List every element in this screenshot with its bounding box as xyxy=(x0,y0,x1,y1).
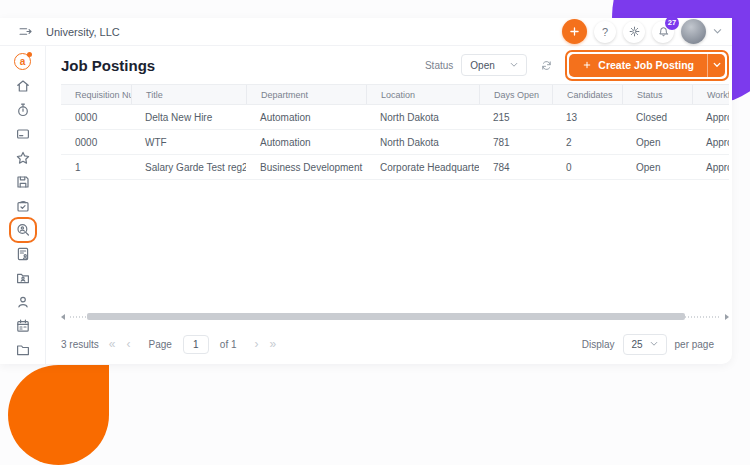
status-select[interactable]: Open xyxy=(461,54,527,76)
plus-icon xyxy=(568,25,581,38)
column-header-days-open[interactable]: Days Open xyxy=(479,85,552,104)
pagination-bar: 3 results « ‹ Page of 1 › » Display 25 xyxy=(61,324,732,364)
cell-candidates: 2 xyxy=(552,137,622,148)
display-label: Display xyxy=(582,339,615,350)
cell-location: Corporate Headquarters xyxy=(366,162,479,173)
page-input[interactable] xyxy=(183,335,209,354)
notification-badge: 27 xyxy=(665,16,679,30)
sidebar-item-favorites[interactable] xyxy=(9,146,37,169)
cell-status: Closed xyxy=(622,112,692,123)
results-count: 3 results xyxy=(61,339,99,350)
plus-icon xyxy=(582,60,592,70)
board-icon xyxy=(15,126,31,142)
table-row[interactable]: 1 Salary Garde Test reg20.5 Business Dev… xyxy=(61,155,729,180)
sidebar-item-calendar[interactable] xyxy=(9,314,37,337)
cell-department: Automation xyxy=(246,137,366,148)
scrollbar-thumb[interactable] xyxy=(87,313,685,320)
main-content: Job Postings Status Open xyxy=(46,46,732,364)
topbar-actions: ? 27 xyxy=(562,19,722,44)
sidebar-nav: a xyxy=(0,46,46,364)
pagination-left: 3 results « ‹ Page of 1 › » xyxy=(61,335,277,354)
prev-page-button[interactable]: ‹ xyxy=(125,338,131,350)
cell-department: Automation xyxy=(246,112,366,123)
app-logo-icon: a xyxy=(14,53,31,70)
help-button[interactable]: ? xyxy=(594,21,616,43)
refresh-button[interactable] xyxy=(535,54,557,76)
cell-location: North Dakota xyxy=(366,137,479,148)
user-avatar[interactable] xyxy=(681,19,706,44)
cell-days-open: 781 xyxy=(479,137,552,148)
cell-requisition: 1 xyxy=(61,162,131,173)
column-header-workflow[interactable]: Workflow xyxy=(692,85,729,104)
table-row[interactable]: 0000 WTF Automation North Dakota 781 2 O… xyxy=(61,130,729,155)
notifications-button[interactable]: 27 xyxy=(652,21,674,43)
user-menu-chevron-icon[interactable] xyxy=(713,28,722,35)
header-controls: Status Open xyxy=(425,50,729,81)
create-job-posting-button[interactable]: Create Job Posting xyxy=(569,54,707,77)
horizontal-scrollbar[interactable] xyxy=(61,312,729,321)
sidebar-item-logo[interactable]: a xyxy=(9,50,37,73)
question-mark-icon: ? xyxy=(602,26,608,38)
first-page-button[interactable]: « xyxy=(108,338,117,350)
settings-button[interactable] xyxy=(623,21,645,43)
sidebar-toggle-button[interactable] xyxy=(14,21,36,43)
cell-department: Business Development xyxy=(246,162,366,173)
cell-requisition: 0000 xyxy=(61,112,131,123)
scroll-right-arrow-icon[interactable] xyxy=(725,314,729,320)
quick-add-button[interactable] xyxy=(562,19,587,44)
page-label: Page xyxy=(148,339,171,350)
cell-days-open: 215 xyxy=(479,112,552,123)
sidebar-item-candidate-folder[interactable] xyxy=(9,266,37,289)
sidebar-toggle-icon xyxy=(18,24,33,39)
next-page-button[interactable]: › xyxy=(254,338,260,350)
per-page-select[interactable]: 25 xyxy=(623,334,667,355)
cell-workflow: Approval xyxy=(692,137,729,148)
cell-workflow: Approval xyxy=(692,112,729,123)
cell-workflow: Approval xyxy=(692,162,729,173)
last-page-button[interactable]: » xyxy=(269,338,278,350)
status-select-value: Open xyxy=(470,60,494,71)
star-icon xyxy=(15,150,31,166)
person-icon xyxy=(15,294,31,310)
cell-title: WTF xyxy=(131,137,246,148)
save-icon xyxy=(15,174,31,190)
table-row[interactable]: 0000 Delta New Hire Automation North Dak… xyxy=(61,105,729,130)
resume-icon xyxy=(15,246,31,262)
create-job-posting-label: Create Job Posting xyxy=(598,59,694,71)
column-header-title[interactable]: Title xyxy=(131,85,246,104)
sidebar-item-checklist[interactable] xyxy=(9,194,37,217)
sidebar-item-people[interactable] xyxy=(9,290,37,313)
folder-icon xyxy=(15,342,31,358)
sidebar-item-board[interactable] xyxy=(9,122,37,145)
column-header-candidates[interactable]: Candidates xyxy=(552,85,622,104)
sidebar-item-home[interactable] xyxy=(9,74,37,97)
column-header-status[interactable]: Status xyxy=(622,85,692,104)
per-page-value: 25 xyxy=(632,339,643,350)
chevron-down-icon xyxy=(510,62,518,68)
app-logo-letter: a xyxy=(20,56,26,67)
sidebar-item-time[interactable] xyxy=(9,98,37,121)
per-page-label: per page xyxy=(675,339,714,350)
candidate-folder-icon xyxy=(15,270,31,286)
job-search-icon xyxy=(15,222,31,238)
pagination-right: Display 25 per page xyxy=(582,334,714,355)
cell-status: Open xyxy=(622,137,692,148)
column-header-location[interactable]: Location xyxy=(366,85,479,104)
decor-orange-blob xyxy=(8,365,109,465)
column-header-requisition[interactable]: Requisition Num... xyxy=(61,85,131,104)
sidebar-item-resumes[interactable] xyxy=(9,242,37,265)
home-icon xyxy=(15,78,31,94)
page-of-label: of 1 xyxy=(220,339,237,350)
chevron-down-icon xyxy=(713,62,721,68)
app-body: a xyxy=(0,46,732,364)
cell-requisition: 0000 xyxy=(61,137,131,148)
scroll-left-arrow-icon[interactable] xyxy=(61,314,65,320)
create-options-caret[interactable] xyxy=(708,54,725,77)
cell-location: North Dakota xyxy=(366,112,479,123)
column-header-department[interactable]: Department xyxy=(246,85,366,104)
sidebar-item-files[interactable] xyxy=(9,338,37,361)
sidebar-item-saved[interactable] xyxy=(9,170,37,193)
create-job-posting-button-group: Create Job Posting xyxy=(569,54,725,77)
cell-candidates: 0 xyxy=(552,162,622,173)
sidebar-item-job-search[interactable] xyxy=(9,217,37,243)
